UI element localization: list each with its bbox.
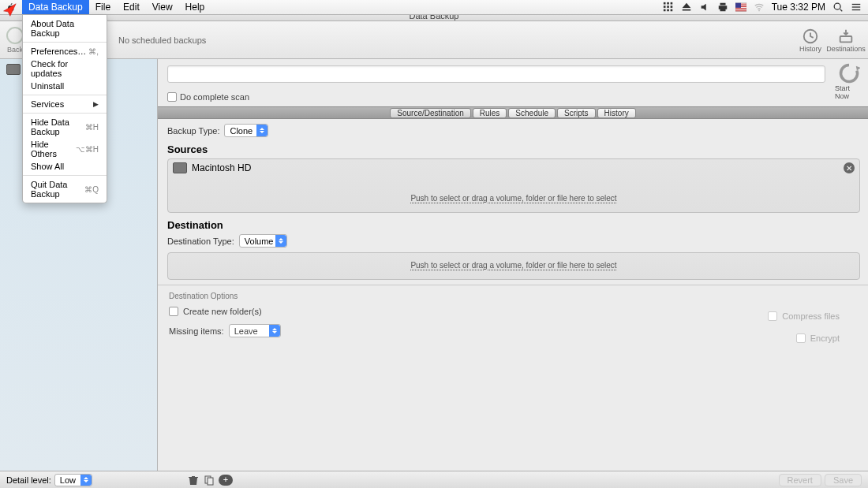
- svg-rect-8: [670, 9, 672, 12]
- status-print-icon[interactable]: [717, 2, 728, 13]
- svg-line-19: [840, 9, 843, 12]
- app-toolbar: Back No scheduled backups History Destin…: [0, 21, 868, 59]
- svg-rect-3: [664, 6, 666, 8]
- backup-type-label: Backup Type:: [167, 126, 219, 136]
- menu-uninstall[interactable]: Uninstall: [23, 80, 107, 92]
- menu-quit[interactable]: Quit Data Backup⌘Q: [23, 178, 107, 200]
- toolbar-destinations-label: Destinations: [826, 45, 866, 53]
- svg-rect-12: [735, 9, 746, 10]
- toolbar-destinations[interactable]: Destinations: [826, 28, 866, 53]
- notification-center-icon[interactable]: [851, 2, 862, 13]
- detail-level-label: Detail level:: [6, 475, 51, 485]
- main-panel: Start Now Do complete scan Source/Destin…: [158, 59, 868, 471]
- destination-box[interactable]: Push to select or drag a volume, folder …: [167, 252, 860, 280]
- sources-drop-hint[interactable]: Push to select or drag a volume, folder …: [173, 194, 855, 209]
- svg-rect-7: [667, 9, 669, 12]
- apple-menu-icon[interactable]: [6, 2, 16, 12]
- svg-rect-6: [664, 9, 666, 12]
- svg-rect-2: [670, 2, 672, 5]
- save-button[interactable]: Save: [825, 474, 862, 486]
- svg-rect-0: [664, 2, 666, 5]
- svg-rect-11: [735, 8, 746, 9]
- select-arrow-icon: [275, 235, 286, 247]
- backup-name-field[interactable]: [167, 65, 825, 83]
- tab-schedule[interactable]: Schedule: [508, 108, 556, 118]
- tab-scripts[interactable]: Scripts: [557, 108, 596, 118]
- destination-type-label: Destination Type:: [167, 237, 234, 246]
- menu-edit[interactable]: Edit: [117, 0, 146, 14]
- tabs-bar: Source/Destination Rules Schedule Script…: [158, 106, 868, 119]
- create-folders-checkbox[interactable]: [169, 307, 178, 316]
- trash-icon[interactable]: [187, 475, 200, 486]
- svg-point-18: [834, 3, 840, 9]
- svg-rect-24: [840, 36, 852, 42]
- backup-type-select[interactable]: Clone: [224, 124, 268, 137]
- select-arrow-icon: [80, 475, 92, 486]
- menu-preferences[interactable]: Preferences…⌘,: [23, 45, 107, 58]
- destination-heading: Destination: [167, 219, 860, 231]
- sources-box[interactable]: Macintosh HD ✕ Push to select or drag a …: [167, 158, 860, 213]
- status-eject-icon[interactable]: [681, 2, 692, 13]
- svg-rect-14: [741, 4, 746, 5]
- revert-button[interactable]: Revert: [779, 474, 821, 486]
- create-folders-label: Create new folder(s): [183, 307, 262, 316]
- select-arrow-icon: [269, 325, 280, 337]
- status-flag-icon[interactable]: [735, 2, 746, 13]
- menu-hide-others[interactable]: Hide Others⌥⌘H: [23, 138, 107, 160]
- destination-type-value: Volume: [245, 237, 274, 246]
- remove-source-icon[interactable]: ✕: [844, 162, 855, 173]
- backup-type-value: Clone: [230, 126, 253, 136]
- toolbar-history-label: History: [799, 45, 821, 53]
- toolbar-history[interactable]: History: [799, 28, 821, 53]
- menu-hide[interactable]: Hide Data Backup⌘H: [23, 116, 107, 138]
- tab-source-destination[interactable]: Source/Destination: [390, 108, 471, 118]
- toolbar-back-label: Back: [7, 46, 23, 54]
- toolbar-message: No scheduled backups: [107, 21, 797, 58]
- menu-show-all[interactable]: Show All: [23, 160, 107, 173]
- menu-view[interactable]: View: [146, 0, 179, 14]
- source-item[interactable]: Macintosh HD: [173, 162, 855, 173]
- destination-drop-hint[interactable]: Push to select or drag a volume, folder …: [173, 261, 855, 276]
- bottom-bar: Detail level: Low + Revert Save: [0, 471, 868, 488]
- destinations-icon: [837, 28, 855, 45]
- backup-name-input[interactable]: [171, 69, 821, 79]
- select-arrow-icon: [256, 125, 268, 136]
- status-wifi-icon[interactable]: [754, 2, 765, 13]
- spotlight-icon[interactable]: [832, 2, 844, 13]
- toolbar-back[interactable]: Back: [6, 27, 24, 54]
- complete-scan-checkbox[interactable]: [167, 92, 177, 102]
- missing-items-select[interactable]: Leave: [229, 324, 281, 337]
- destination-type-select[interactable]: Volume: [239, 234, 287, 248]
- svg-rect-15: [741, 5, 746, 6]
- menu-check-updates[interactable]: Check for updates: [23, 58, 107, 80]
- encrypt-checkbox: [796, 333, 806, 343]
- app-menu[interactable]: Data Backup: [22, 0, 89, 14]
- tab-rules[interactable]: Rules: [473, 108, 507, 118]
- status-volume-icon[interactable]: [699, 2, 710, 13]
- compress-checkbox: [768, 311, 777, 321]
- status-grid-icon[interactable]: [663, 2, 674, 13]
- system-menubar: Data Backup File Edit View Help Tue 3:32…: [0, 0, 868, 15]
- start-now[interactable]: Start Now: [835, 62, 863, 100]
- add-button[interactable]: +: [219, 475, 233, 486]
- detail-level-select[interactable]: Low: [54, 474, 92, 486]
- app-menu-dropdown: About Data Backup Preferences…⌘, Check f…: [22, 15, 107, 203]
- menu-help[interactable]: Help: [179, 0, 211, 14]
- menu-file[interactable]: File: [89, 0, 117, 14]
- svg-rect-13: [735, 10, 746, 11]
- destination-options-heading: Destination Options: [169, 290, 857, 302]
- compress-label: Compress files: [782, 311, 840, 321]
- source-item-label: Macintosh HD: [192, 162, 251, 173]
- menubar-clock[interactable]: Tue 3:32 PM: [772, 2, 825, 13]
- menu-about[interactable]: About Data Backup: [23, 17, 107, 39]
- svg-rect-1: [667, 2, 669, 5]
- menu-services[interactable]: Services▶: [23, 98, 107, 110]
- missing-items-label: Missing items:: [169, 326, 224, 336]
- encrypt-label: Encrypt: [810, 333, 840, 343]
- tab-history[interactable]: History: [597, 108, 636, 118]
- destination-options: Destination Options Create new folder(s)…: [158, 285, 868, 337]
- start-now-icon: [838, 62, 860, 84]
- duplicate-icon[interactable]: [203, 475, 215, 486]
- svg-rect-5: [670, 6, 672, 8]
- drive-icon: [6, 64, 21, 75]
